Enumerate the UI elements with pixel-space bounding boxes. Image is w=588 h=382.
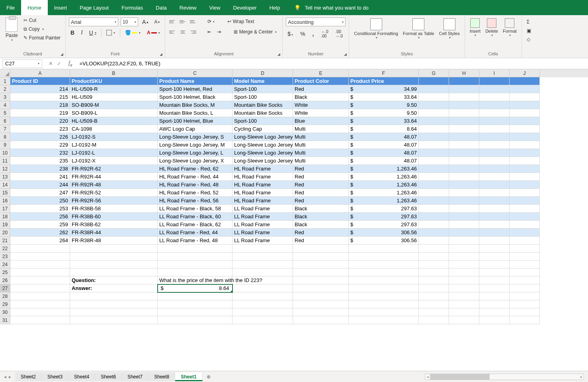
cell[interactable] xyxy=(232,292,293,300)
cell[interactable]: LL Road Frame - Black, 58 xyxy=(158,205,232,213)
cell[interactable] xyxy=(158,292,232,300)
cell[interactable] xyxy=(419,276,449,284)
cell[interactable] xyxy=(449,117,479,125)
cell[interactable]: Long-Sleeve Logo Jersey, S xyxy=(158,133,232,141)
cell[interactable] xyxy=(10,253,70,261)
underline-button[interactable]: U▾ xyxy=(88,29,98,37)
cell[interactable] xyxy=(510,141,540,149)
cell[interactable] xyxy=(479,284,510,292)
cell[interactable] xyxy=(510,261,540,268)
cell[interactable]: FR-R92R-62 xyxy=(70,165,158,173)
cell[interactable]: Question: xyxy=(70,276,158,284)
menu-help[interactable]: Help xyxy=(263,0,287,15)
font-color-button[interactable]: A▾ xyxy=(145,29,162,36)
cell[interactable] xyxy=(449,109,479,117)
select-all-corner[interactable] xyxy=(0,69,10,77)
font-size-select[interactable]: 10▾ xyxy=(121,18,138,26)
cell[interactable] xyxy=(158,245,232,253)
cell[interactable]: LL Road Frame xyxy=(232,221,293,229)
cell[interactable]: Red xyxy=(293,85,349,93)
cell[interactable] xyxy=(10,245,70,253)
cell[interactable]: $8.64 xyxy=(349,125,419,133)
cell[interactable] xyxy=(510,101,540,109)
cell[interactable] xyxy=(232,268,293,276)
cell[interactable]: $48.07 xyxy=(349,133,419,141)
row-header-9[interactable]: 9 xyxy=(0,141,10,149)
wrap-text-button[interactable]: ↩Wrap Text xyxy=(225,18,257,25)
comma-button[interactable]: , xyxy=(311,30,316,38)
row-header-30[interactable]: 30 xyxy=(0,308,10,316)
align-left-button[interactable] xyxy=(168,28,176,36)
cell[interactable]: LL Road Frame - Red, 48 xyxy=(158,237,232,245)
cell[interactable] xyxy=(70,245,158,253)
cell[interactable] xyxy=(293,300,349,308)
row-header-10[interactable]: 10 xyxy=(0,149,10,157)
cell[interactable]: HL Road Frame xyxy=(232,181,293,189)
cell[interactable] xyxy=(479,229,510,237)
cell[interactable] xyxy=(419,245,449,253)
cell[interactable] xyxy=(158,300,232,308)
cell[interactable] xyxy=(419,125,449,133)
cell[interactable]: FR-R38R-44 xyxy=(70,229,158,237)
cell[interactable] xyxy=(510,292,540,300)
col-header-D[interactable]: D xyxy=(232,69,293,77)
row-header-5[interactable]: 5 xyxy=(0,109,10,117)
col-header-E[interactable]: E xyxy=(293,69,349,77)
cell[interactable] xyxy=(293,276,349,284)
align-right-button[interactable] xyxy=(189,28,197,36)
row-header-22[interactable]: 22 xyxy=(0,245,10,253)
row-header-1[interactable]: 1 xyxy=(0,77,10,85)
cell[interactable] xyxy=(158,261,232,268)
cell[interactable] xyxy=(10,261,70,268)
cell[interactable]: Multi xyxy=(293,157,349,165)
row-header-12[interactable]: 12 xyxy=(0,165,10,173)
cell[interactable] xyxy=(419,292,449,300)
cell[interactable]: CA-1098 xyxy=(70,125,158,133)
cell[interactable] xyxy=(510,213,540,221)
cell[interactable] xyxy=(232,300,293,308)
selected-cell[interactable]: $8.64 xyxy=(158,284,232,292)
cell[interactable] xyxy=(419,261,449,268)
cell[interactable]: LJ-0192-X xyxy=(70,157,158,165)
cell[interactable]: LL Road Frame - Black, 60 xyxy=(158,213,232,221)
cell[interactable]: 235 xyxy=(10,157,70,165)
merge-center-button[interactable]: ⊞Merge & Center▾ xyxy=(231,28,279,35)
cell[interactable]: Multi xyxy=(293,141,349,149)
row-header-23[interactable]: 23 xyxy=(0,253,10,261)
cell[interactable] xyxy=(10,284,70,292)
insert-cells-button[interactable]: Insert▾ xyxy=(468,18,483,48)
col-header-C[interactable]: C xyxy=(158,69,232,77)
cell[interactable] xyxy=(70,268,158,276)
cell[interactable]: $1,263.46 xyxy=(349,181,419,189)
cell[interactable]: Sport-100 xyxy=(232,85,293,93)
cell[interactable] xyxy=(449,93,479,101)
cell[interactable]: 223 xyxy=(10,125,70,133)
cell[interactable] xyxy=(510,173,540,181)
cell[interactable] xyxy=(293,308,349,316)
cell[interactable] xyxy=(479,213,510,221)
menu-developer[interactable]: Developer xyxy=(227,0,263,15)
row-header-4[interactable]: 4 xyxy=(0,101,10,109)
cell[interactable] xyxy=(449,292,479,300)
cell[interactable] xyxy=(479,276,510,284)
cell[interactable]: $1,263.46 xyxy=(349,173,419,181)
cell[interactable] xyxy=(349,292,419,300)
cell[interactable]: LL Road Frame xyxy=(232,213,293,221)
cell[interactable] xyxy=(70,253,158,261)
cell[interactable]: HL-U509-R xyxy=(70,85,158,93)
cell[interactable] xyxy=(10,308,70,316)
cell[interactable]: 264 xyxy=(10,237,70,245)
cell[interactable]: HL Road Frame xyxy=(232,165,293,173)
row-header-11[interactable]: 11 xyxy=(0,157,10,165)
cell[interactable] xyxy=(479,316,510,324)
sheet-tab-sheet2[interactable]: Sheet2 xyxy=(15,372,42,381)
cell[interactable]: Product ID xyxy=(10,77,70,85)
cell[interactable] xyxy=(349,253,419,261)
cell[interactable]: Answer: xyxy=(70,284,158,292)
cell[interactable] xyxy=(449,229,479,237)
align-bottom-button[interactable] xyxy=(189,18,197,25)
cell[interactable]: $297.63 xyxy=(349,221,419,229)
cell[interactable] xyxy=(510,181,540,189)
cell[interactable]: 214 xyxy=(10,85,70,93)
cell[interactable] xyxy=(419,213,449,221)
